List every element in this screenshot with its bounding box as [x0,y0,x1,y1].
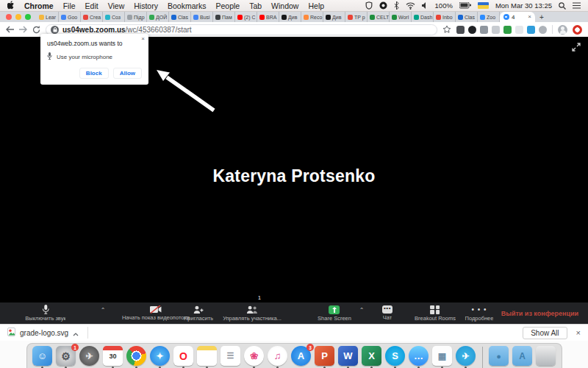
input-language-flag-icon[interactable] [478,2,489,9]
menubar-menu-item[interactable]: View [108,1,125,10]
browser-tab[interactable]: Zoo [478,12,500,22]
dock-app-icon[interactable]: ☰ [220,346,240,366]
manage-participants-button[interactable]: 1 Управлять участника... [223,302,282,324]
mute-button[interactable]: Выключить звук [25,302,65,324]
menubar-menu-item[interactable]: File [63,1,76,10]
dock-app-icon[interactable]: ♫ [268,346,287,366]
window-zoom-button[interactable] [25,14,31,20]
spotlight-search-icon[interactable] [559,2,566,10]
bluetooth-icon[interactable] [394,1,399,10]
dock-app-icon[interactable]: A3 [291,346,311,366]
menubar-menu-item[interactable]: Window [271,1,298,10]
browser-tab[interactable]: Busi [191,12,213,22]
active-tab[interactable]: 4 × [500,12,535,22]
dock-app-icon[interactable]: ⚙1 [56,346,76,366]
extension-icon[interactable] [468,26,476,34]
dock-app-icon[interactable] [197,346,217,366]
dock-app-icon[interactable]: … [409,346,429,366]
dock-app-icon[interactable]: O [173,346,193,366]
profile-avatar[interactable] [558,25,567,35]
browser-tab[interactable]: (2) C [235,12,257,22]
extension-icon[interactable] [492,26,500,34]
breakout-rooms-button[interactable]: Breakout Rooms [415,302,456,324]
dock-item[interactable] [197,346,218,368]
browser-tab[interactable]: Inbo [434,12,456,22]
download-caret-icon[interactable] [73,326,79,339]
forward-button[interactable] [19,26,27,33]
dock-app-icon[interactable]: ▦ [432,346,452,366]
browser-tab[interactable]: ДОЙ [147,12,169,22]
dock-app-icon[interactable]: ❀ [244,346,264,366]
dock-item[interactable] [536,346,556,368]
browser-tab[interactable]: TP p [345,12,368,22]
dock-item[interactable]: ☰ [220,346,241,368]
volume-icon[interactable] [422,2,429,9]
dock-item[interactable]: ♫ [268,346,288,368]
more-button[interactable]: • • • Подробнее [465,302,494,324]
share-options-chevron-icon[interactable]: ⌃ [359,307,365,314]
dock-app-icon[interactable]: S [385,346,405,366]
dock-folder-icon[interactable] [536,346,556,366]
dock-item[interactable]: X [362,346,382,368]
dock-app-icon[interactable]: X [362,346,381,366]
dock-app-icon[interactable]: P [315,346,334,366]
dock-item[interactable]: 30 [103,346,123,368]
browser-tab[interactable]: Dash [412,12,434,22]
apple-menu-icon[interactable] [7,1,15,11]
dock-item[interactable]: S [385,346,406,368]
menubar-menu-item[interactable]: Tab [249,1,262,10]
browser-tab[interactable]: Пам [213,12,235,22]
dock-item[interactable]: ✦ [150,346,171,368]
menubar-menu-item[interactable]: History [134,1,158,10]
new-tab-button[interactable]: + [535,12,548,22]
dock-app-icon[interactable] [126,346,146,366]
tab-close-icon[interactable]: × [528,14,531,20]
allow-button[interactable]: Allow [113,68,142,79]
dock-item[interactable]: ▦ [432,346,453,368]
mic-options-chevron-icon[interactable]: ⌃ [101,307,106,314]
dock-item[interactable]: O [173,346,194,368]
reload-button[interactable] [32,26,40,34]
dock-app-icon[interactable]: ✈ [456,346,476,366]
browser-tab[interactable]: Підр [125,12,147,22]
browser-tab[interactable]: Clas [456,12,478,22]
menubar-app-name[interactable]: Chrome [24,1,54,10]
dock-app-icon[interactable]: ✦ [150,346,170,366]
dock-item[interactable]: ✈ [456,346,476,368]
battery-icon[interactable] [459,2,471,9]
menubar-menu-item[interactable]: Bookmarks [168,1,207,10]
browser-tab[interactable]: Reco [301,12,323,22]
dock-item[interactable]: … [409,346,429,368]
browser-tab[interactable]: Див [279,12,301,22]
block-button[interactable]: Block [79,68,109,79]
extension-icon[interactable] [503,26,512,34]
menubar-menu-item[interactable]: People [215,1,240,10]
extension-icon[interactable] [515,26,523,34]
dock-folder-icon[interactable]: ● [489,346,509,366]
site-info-lock-icon[interactable] [51,26,59,34]
window-close-button[interactable] [6,14,12,20]
dock-item[interactable]: ✈ [79,346,100,368]
window-minimize-button[interactable] [15,14,21,20]
download-item[interactable]: grade-logo.svg [7,326,79,339]
browser-tab[interactable]: CELT [368,12,390,22]
browser-tab[interactable]: Lear [37,12,59,22]
back-button[interactable] [6,26,14,33]
dock-item[interactable]: ☺ [32,346,53,368]
dock-app-icon[interactable]: W [338,346,358,366]
menubar-menu-item[interactable]: Edit [85,1,98,10]
menubar-menu-item[interactable]: Help [308,1,324,10]
dock-item[interactable]: A [512,346,533,368]
leave-meeting-button[interactable]: Выйти из конференции [501,302,578,324]
profile-badge-icon[interactable] [573,25,582,35]
dock-item[interactable]: ⚙1 [56,346,76,368]
browser-tab[interactable]: Див [323,12,345,22]
shield-icon[interactable] [365,1,373,10]
notification-center-icon[interactable] [573,2,581,9]
browser-tab[interactable]: Соз [103,12,125,22]
dock-item[interactable]: W [338,346,359,368]
menubar-clock[interactable]: Mon Mar 30 13:25 [495,1,552,10]
shelf-close-icon[interactable]: × [576,329,581,337]
share-screen-button[interactable]: Share Screen [318,302,351,324]
record-icon[interactable] [379,1,387,10]
